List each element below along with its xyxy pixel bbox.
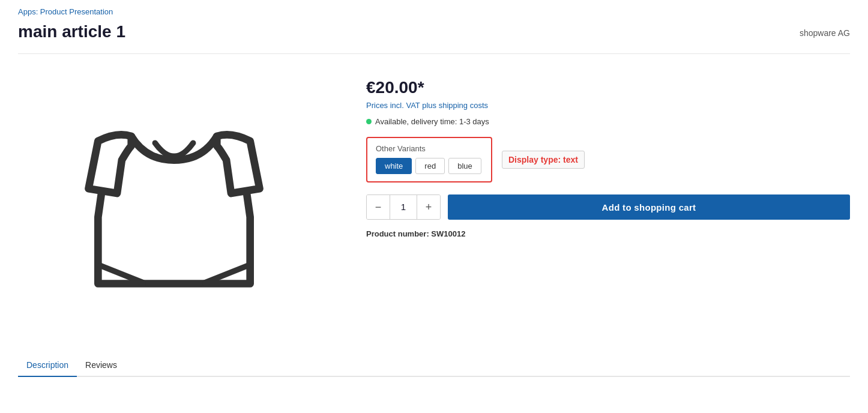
add-to-cart-row: − 1 + Add to shopping cart	[366, 194, 850, 220]
company-name: shopware AG	[800, 22, 850, 38]
variant-btn-blue[interactable]: blue	[448, 158, 481, 174]
product-info: €20.00* Prices incl. VAT plus shipping c…	[366, 72, 850, 238]
variant-buttons: white red blue	[376, 158, 483, 174]
variants-row: Other Variants white red blue Display ty…	[366, 137, 850, 182]
availability: Available, delivery time: 1-3 days	[366, 117, 850, 126]
variants-box: Other Variants white red blue	[366, 137, 492, 182]
variants-label: Other Variants	[376, 144, 483, 153]
product-container: €20.00* Prices incl. VAT plus shipping c…	[0, 72, 868, 324]
quantity-increase-button[interactable]: +	[417, 194, 440, 220]
add-to-cart-button[interactable]: Add to shopping cart	[448, 194, 850, 220]
page-title: main article 1	[18, 22, 125, 41]
product-number: Product number: SW10012	[366, 229, 850, 238]
variant-btn-white[interactable]: white	[376, 158, 412, 174]
header-divider	[18, 53, 850, 54]
tab-reviews[interactable]: Reviews	[77, 354, 125, 376]
page-header: main article 1 shopware AG	[0, 20, 868, 53]
variant-btn-red[interactable]: red	[415, 158, 445, 174]
breadcrumb-link[interactable]: Apps: Product Presentation	[18, 7, 113, 16]
product-image	[78, 84, 270, 312]
product-price: €20.00*	[366, 78, 850, 97]
product-number-value: SW10012	[431, 229, 465, 238]
tabs-bar: Description Reviews	[18, 354, 850, 377]
tabs-section: Description Reviews	[0, 354, 868, 377]
quantity-control: − 1 +	[366, 194, 441, 220]
quantity-decrease-button[interactable]: −	[367, 194, 390, 220]
breadcrumb: Apps: Product Presentation	[0, 0, 868, 20]
availability-text: Available, delivery time: 1-3 days	[375, 117, 489, 126]
quantity-value: 1	[390, 194, 417, 220]
display-type-badge: Display type: text	[502, 151, 585, 169]
tab-description[interactable]: Description	[18, 354, 77, 376]
product-number-label: Product number:	[366, 229, 429, 238]
product-image-area	[18, 72, 330, 324]
price-note: Prices incl. VAT plus shipping costs	[366, 101, 850, 110]
availability-dot	[366, 119, 372, 124]
